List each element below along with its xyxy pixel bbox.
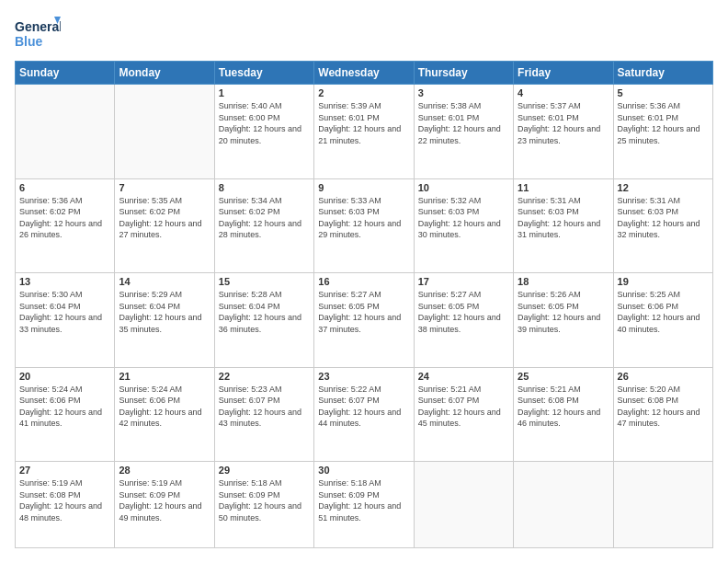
logo: General Blue [15,15,61,52]
day-info: Sunrise: 5:27 AMSunset: 6:05 PMDaylight:… [418,289,509,335]
calendar-cell: 3Sunrise: 5:38 AMSunset: 6:01 PMDaylight… [414,85,513,179]
day-info: Sunrise: 5:36 AMSunset: 6:02 PMDaylight:… [19,195,110,241]
day-info: Sunrise: 5:21 AMSunset: 6:07 PMDaylight:… [418,384,509,430]
day-number: 12 [618,182,709,193]
calendar-cell: 7Sunrise: 5:35 AMSunset: 6:02 PMDaylight… [115,178,214,273]
header: General Blue [15,15,713,52]
day-number: 18 [518,276,609,287]
day-number: 8 [219,182,310,193]
day-number: 5 [618,87,709,98]
calendar-cell [514,462,613,548]
day-info: Sunrise: 5:19 AMSunset: 6:08 PMDaylight:… [19,477,110,523]
day-info: Sunrise: 5:30 AMSunset: 6:04 PMDaylight:… [19,289,110,335]
day-number: 20 [19,371,110,382]
day-header-wednesday: Wednesday [314,62,414,85]
day-info: Sunrise: 5:26 AMSunset: 6:05 PMDaylight:… [518,289,609,335]
calendar-cell: 13Sunrise: 5:30 AMSunset: 6:04 PMDayligh… [16,273,115,368]
calendar-cell [16,85,115,179]
day-info: Sunrise: 5:37 AMSunset: 6:01 PMDaylight:… [518,100,609,146]
day-header-thursday: Thursday [414,62,513,85]
calendar-cell: 2Sunrise: 5:39 AMSunset: 6:01 PMDaylight… [314,85,414,179]
day-info: Sunrise: 5:31 AMSunset: 6:03 PMDaylight:… [518,195,609,241]
day-number: 21 [119,371,210,382]
day-info: Sunrise: 5:36 AMSunset: 6:01 PMDaylight:… [618,100,709,146]
calendar-week-3: 13Sunrise: 5:30 AMSunset: 6:04 PMDayligh… [16,273,713,368]
day-number: 23 [318,371,409,382]
day-info: Sunrise: 5:40 AMSunset: 6:00 PMDaylight:… [219,100,310,146]
day-info: Sunrise: 5:19 AMSunset: 6:09 PMDaylight:… [119,477,210,523]
day-number: 1 [219,87,310,98]
day-info: Sunrise: 5:23 AMSunset: 6:07 PMDaylight:… [219,384,310,430]
calendar-cell: 27Sunrise: 5:19 AMSunset: 6:08 PMDayligh… [16,462,115,548]
day-number: 22 [219,371,310,382]
calendar-cell: 26Sunrise: 5:20 AMSunset: 6:08 PMDayligh… [613,367,712,462]
day-info: Sunrise: 5:32 AMSunset: 6:03 PMDaylight:… [418,195,509,241]
day-number: 26 [618,371,709,382]
day-header-friday: Friday [514,62,613,85]
day-header-monday: Monday [115,62,214,85]
day-info: Sunrise: 5:24 AMSunset: 6:06 PMDaylight:… [19,384,110,430]
calendar-week-1: 1Sunrise: 5:40 AMSunset: 6:00 PMDaylight… [16,85,713,179]
day-number: 2 [318,87,409,98]
calendar-cell: 23Sunrise: 5:22 AMSunset: 6:07 PMDayligh… [314,367,414,462]
day-number: 19 [618,276,709,287]
day-info: Sunrise: 5:29 AMSunset: 6:04 PMDaylight:… [119,289,210,335]
svg-text:General: General [15,19,61,34]
logo-svg: General Blue [15,15,61,52]
day-info: Sunrise: 5:33 AMSunset: 6:03 PMDaylight:… [318,195,409,241]
day-number: 10 [418,182,509,193]
day-info: Sunrise: 5:27 AMSunset: 6:05 PMDaylight:… [318,289,409,335]
day-number: 28 [119,465,210,476]
calendar-cell [613,462,712,548]
calendar-cell: 11Sunrise: 5:31 AMSunset: 6:03 PMDayligh… [514,178,613,273]
calendar-table: SundayMondayTuesdayWednesdayThursdayFrid… [15,61,713,548]
calendar-week-4: 20Sunrise: 5:24 AMSunset: 6:06 PMDayligh… [16,367,713,462]
day-number: 9 [318,182,409,193]
day-number: 27 [19,465,110,476]
day-number: 15 [219,276,310,287]
calendar-cell: 14Sunrise: 5:29 AMSunset: 6:04 PMDayligh… [115,273,214,368]
calendar-cell: 10Sunrise: 5:32 AMSunset: 6:03 PMDayligh… [414,178,513,273]
calendar-cell: 22Sunrise: 5:23 AMSunset: 6:07 PMDayligh… [214,367,313,462]
day-header-tuesday: Tuesday [214,62,313,85]
calendar-cell: 6Sunrise: 5:36 AMSunset: 6:02 PMDaylight… [16,178,115,273]
day-info: Sunrise: 5:24 AMSunset: 6:06 PMDaylight:… [119,384,210,430]
day-info: Sunrise: 5:28 AMSunset: 6:04 PMDaylight:… [219,289,310,335]
calendar-header-row: SundayMondayTuesdayWednesdayThursdayFrid… [16,62,713,85]
day-info: Sunrise: 5:31 AMSunset: 6:03 PMDaylight:… [618,195,709,241]
calendar-cell: 21Sunrise: 5:24 AMSunset: 6:06 PMDayligh… [115,367,214,462]
day-info: Sunrise: 5:18 AMSunset: 6:09 PMDaylight:… [318,477,409,523]
day-number: 25 [518,371,609,382]
day-number: 14 [119,276,210,287]
day-number: 7 [119,182,210,193]
day-info: Sunrise: 5:38 AMSunset: 6:01 PMDaylight:… [418,100,509,146]
day-header-saturday: Saturday [613,62,712,85]
calendar-cell: 19Sunrise: 5:25 AMSunset: 6:06 PMDayligh… [613,273,712,368]
day-number: 17 [418,276,509,287]
page: General Blue SundayMondayTuesdayWednesda… [0,0,728,563]
calendar-cell: 24Sunrise: 5:21 AMSunset: 6:07 PMDayligh… [414,367,513,462]
calendar-cell: 17Sunrise: 5:27 AMSunset: 6:05 PMDayligh… [414,273,513,368]
calendar-cell: 25Sunrise: 5:21 AMSunset: 6:08 PMDayligh… [514,367,613,462]
calendar-cell: 16Sunrise: 5:27 AMSunset: 6:05 PMDayligh… [314,273,414,368]
day-info: Sunrise: 5:18 AMSunset: 6:09 PMDaylight:… [219,477,310,523]
day-number: 13 [19,276,110,287]
calendar-cell [115,85,214,179]
calendar-cell: 5Sunrise: 5:36 AMSunset: 6:01 PMDaylight… [613,85,712,179]
calendar-cell: 12Sunrise: 5:31 AMSunset: 6:03 PMDayligh… [613,178,712,273]
calendar-cell: 30Sunrise: 5:18 AMSunset: 6:09 PMDayligh… [314,462,414,548]
day-info: Sunrise: 5:39 AMSunset: 6:01 PMDaylight:… [318,100,409,146]
day-info: Sunrise: 5:21 AMSunset: 6:08 PMDaylight:… [518,384,609,430]
calendar-cell: 1Sunrise: 5:40 AMSunset: 6:00 PMDaylight… [214,85,313,179]
day-number: 16 [318,276,409,287]
day-number: 24 [418,371,509,382]
calendar-cell: 20Sunrise: 5:24 AMSunset: 6:06 PMDayligh… [16,367,115,462]
calendar-cell: 15Sunrise: 5:28 AMSunset: 6:04 PMDayligh… [214,273,313,368]
day-info: Sunrise: 5:22 AMSunset: 6:07 PMDaylight:… [318,384,409,430]
calendar-week-2: 6Sunrise: 5:36 AMSunset: 6:02 PMDaylight… [16,178,713,273]
day-number: 11 [518,182,609,193]
day-number: 6 [19,182,110,193]
day-number: 29 [219,465,310,476]
day-number: 3 [418,87,509,98]
svg-text:Blue: Blue [15,34,43,49]
